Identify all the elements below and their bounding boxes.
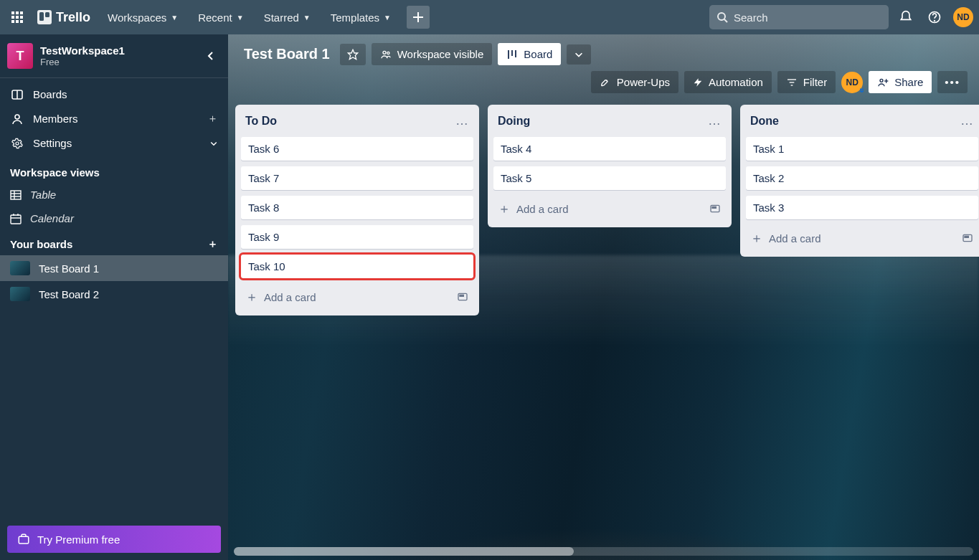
your-boards-label: Your boards bbox=[10, 238, 72, 250]
sidebar-item-members[interactable]: Members ＋ bbox=[0, 106, 228, 131]
logo-text: Trello bbox=[56, 10, 90, 25]
sidebar-view-calendar[interactable]: Calendar bbox=[0, 207, 228, 230]
nav-starred[interactable]: Starred▼ bbox=[255, 7, 319, 28]
card[interactable]: Task 4 bbox=[493, 137, 726, 161]
add-member-button[interactable]: ＋ bbox=[207, 112, 218, 125]
search-box[interactable] bbox=[709, 5, 889, 29]
search-input[interactable] bbox=[734, 11, 881, 24]
board-title[interactable]: Test Board 1 bbox=[240, 43, 334, 65]
powerups-label: Power-Ups bbox=[617, 76, 670, 88]
star-board-button[interactable] bbox=[340, 44, 366, 65]
premium-cta-label: Try Premium free bbox=[37, 533, 120, 546]
svg-rect-10 bbox=[39, 12, 44, 21]
sidebar-item-label: Boards bbox=[33, 88, 67, 100]
view-switch-button[interactable]: Board bbox=[498, 43, 561, 65]
settings-expand-button[interactable] bbox=[209, 139, 218, 148]
apps-launcher-button[interactable] bbox=[6, 6, 29, 29]
svg-rect-7 bbox=[16, 20, 19, 23]
list: Done…Task 1Task 2Task 3＋Add a card bbox=[740, 105, 979, 257]
powerups-button[interactable]: Power-Ups bbox=[591, 71, 678, 93]
sidebar-board-item[interactable]: Test Board 2 bbox=[0, 281, 228, 307]
list-title[interactable]: Done bbox=[750, 115, 779, 128]
svg-point-17 bbox=[935, 21, 935, 22]
trello-logo[interactable]: Trello bbox=[32, 10, 96, 25]
more-icon: ••• bbox=[945, 76, 960, 88]
help-icon bbox=[927, 10, 942, 24]
add-board-button[interactable]: ＋ bbox=[207, 237, 218, 251]
sidebar-nav: Boards Members ＋ Settings bbox=[0, 78, 228, 159]
sidebar-item-settings[interactable]: Settings bbox=[0, 131, 228, 155]
chevron-down-icon bbox=[574, 49, 584, 60]
lists-container: To Do…Task 6Task 7Task 8Task 9Task 10＋Ad… bbox=[228, 100, 979, 320]
nav-recent-label: Recent bbox=[198, 11, 232, 24]
svg-rect-26 bbox=[11, 215, 21, 224]
header-left: Trello Workspaces▼ Recent▼ Starred▼ Temp… bbox=[6, 6, 430, 29]
visibility-button[interactable]: Workspace visible bbox=[372, 43, 493, 65]
card[interactable]: Task 10 bbox=[241, 255, 473, 278]
nav-workspaces[interactable]: Workspaces▼ bbox=[99, 7, 186, 28]
filter-button[interactable]: Filter bbox=[777, 71, 836, 93]
svg-rect-11 bbox=[45, 12, 49, 17]
list-menu-button[interactable]: … bbox=[960, 113, 974, 128]
svg-point-21 bbox=[16, 142, 19, 145]
svg-rect-4 bbox=[16, 16, 19, 19]
board-icon bbox=[11, 89, 23, 100]
card[interactable]: Task 6 bbox=[241, 137, 473, 161]
card[interactable]: Task 3 bbox=[746, 196, 978, 219]
sidebar-board-label: Test Board 1 bbox=[39, 262, 99, 275]
chevron-down-icon bbox=[209, 139, 218, 148]
svg-rect-22 bbox=[11, 191, 21, 199]
plus-icon: ＋ bbox=[498, 200, 511, 217]
card[interactable]: Task 9 bbox=[241, 225, 473, 249]
card[interactable]: Task 7 bbox=[241, 166, 473, 190]
nav-recent[interactable]: Recent▼ bbox=[189, 7, 252, 28]
svg-marker-37 bbox=[694, 78, 702, 87]
share-button[interactable]: Share bbox=[869, 71, 932, 93]
list-title[interactable]: To Do bbox=[245, 115, 277, 128]
list-menu-button[interactable]: … bbox=[455, 113, 469, 128]
star-icon bbox=[347, 49, 359, 60]
table-icon bbox=[10, 189, 22, 201]
horizontal-scrollbar[interactable] bbox=[234, 547, 973, 556]
card[interactable]: Task 2 bbox=[746, 166, 978, 190]
people-icon bbox=[380, 49, 392, 60]
premium-cta-button[interactable]: Try Premium free bbox=[7, 526, 221, 553]
card[interactable]: Task 5 bbox=[493, 166, 726, 190]
add-card-button[interactable]: ＋Add a card bbox=[746, 225, 978, 251]
list-title[interactable]: Doing bbox=[498, 115, 530, 128]
sidebar-view-table[interactable]: Table bbox=[0, 183, 228, 207]
sidebar-item-boards[interactable]: Boards bbox=[0, 82, 228, 106]
plus-icon: ＋ bbox=[245, 288, 258, 305]
card-template-button[interactable] bbox=[961, 232, 974, 244]
members-icon bbox=[11, 113, 23, 125]
card[interactable]: Task 1 bbox=[746, 137, 978, 161]
sidebar-board-item[interactable]: Test Board 1 bbox=[0, 255, 228, 281]
automation-button[interactable]: Automation bbox=[684, 71, 772, 93]
board-member-avatar[interactable]: ND bbox=[841, 72, 863, 93]
briefcase-icon bbox=[17, 533, 30, 546]
account-avatar[interactable]: ND bbox=[953, 7, 973, 27]
scrollbar-thumb[interactable] bbox=[234, 547, 574, 556]
list: To Do…Task 6Task 7Task 8Task 9Task 10＋Ad… bbox=[235, 105, 479, 315]
nav-templates[interactable]: Templates▼ bbox=[322, 7, 399, 28]
collapse-sidebar-button[interactable] bbox=[201, 46, 221, 66]
automation-label: Automation bbox=[709, 76, 763, 88]
view-switch-dropdown[interactable] bbox=[567, 44, 591, 65]
card-template-button[interactable] bbox=[456, 291, 469, 303]
list-menu-button[interactable]: … bbox=[708, 113, 722, 128]
add-card-button[interactable]: ＋Add a card bbox=[241, 284, 473, 310]
create-button[interactable] bbox=[407, 6, 430, 29]
add-card-button[interactable]: ＋Add a card bbox=[493, 196, 726, 222]
help-button[interactable] bbox=[923, 6, 946, 29]
chevron-left-icon bbox=[205, 50, 217, 62]
sidebar-board-label: Test Board 2 bbox=[39, 288, 99, 300]
trello-logo-icon bbox=[37, 10, 52, 24]
svg-line-15 bbox=[724, 19, 727, 22]
board-menu-button[interactable]: ••• bbox=[937, 71, 968, 93]
workspace-views-heading: Workspace views bbox=[0, 159, 228, 183]
notifications-button[interactable] bbox=[894, 6, 917, 29]
card-template-button[interactable] bbox=[709, 203, 722, 214]
workspace-header: T TestWorkspace1 Free bbox=[0, 34, 228, 78]
board-thumbnail bbox=[10, 261, 30, 275]
card[interactable]: Task 8 bbox=[241, 196, 473, 219]
